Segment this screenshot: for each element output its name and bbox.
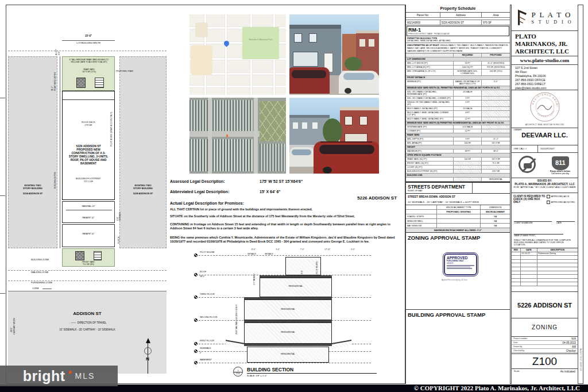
building-type-value: DETACHED; SEMI-DETACHED; ATTACHED: [407, 40, 509, 42]
encroachment-table: ENCROACHMENT TYPE DIMENSION PROPOSED / E…: [406, 205, 510, 233]
zoning-row: REAR YARD: [406, 133, 510, 137]
row-required: 16 FT: [454, 62, 482, 65]
seal-arc-top: REGISTERED ARCHITECT: [529, 91, 559, 107]
row-label: SIN- OR 2-FAMILY DETACHED, CORNER (FT): [406, 97, 454, 100]
row-label: MIN. DEPTH (FT): [406, 137, 454, 141]
print-timestamp: 4/5/2022 12:41:18 PM: [579, 325, 582, 371]
photo-roof-rail: [320, 141, 372, 143]
architect-seal: REGISTERED ARCHITECT PENNSYLVANIA: [512, 90, 578, 124]
pilot-house-box: PILOT HOUSE 8'-0": [285, 257, 321, 275]
district-note: PREVIOUS DISTRICT NAME - R9/9A/10/10A/10…: [408, 33, 508, 35]
rev-date-cell: [521, 271, 537, 275]
rev-date-cell: [521, 256, 537, 259]
row-label: SIN- OR 2-FAMILY DETACHED, INTERMEDIATE …: [406, 90, 454, 96]
brightmls-watermark: bright MLS: [0, 366, 118, 386]
checkbox-approved-as-is[interactable]: [547, 195, 550, 198]
rev-cell: [512, 279, 521, 282]
row-required: [454, 162, 482, 165]
dig-line2: Call before you dig.: [550, 172, 571, 175]
required-header: REQUIRED: [454, 53, 482, 57]
owner-name: DEEVAAR LLC.: [512, 132, 578, 139]
rev-row: [512, 282, 578, 286]
plato-studio-logo-icon: [516, 9, 529, 26]
rear-depth-dim: 11'-2": [51, 60, 53, 91]
zoning-row: MIN. LOT AREA (SQ FT) 1440 SQ FT 970 SF …: [406, 66, 510, 70]
front-yard-area: FRONT YARD 75.1 SF (8%): [63, 261, 114, 266]
photo-window: [345, 116, 353, 125]
row-label: OPEN SPACE SQUARE FOOTAGE: [406, 153, 510, 157]
aerial-block: [189, 100, 253, 131]
signature-label: CLIENT SIGNATURE: [514, 222, 552, 224]
breakdown-label: STREET BREAK-DOWN: ADDISON ST: [408, 195, 508, 198]
streets-dept-box: STREETS DEPARTMENT RIGHT OF WAY: [406, 182, 510, 194]
encroachment-label: BAY WINDOW: [406, 224, 437, 228]
location-map-image: Malcolm X Memorial Park: [189, 14, 286, 95]
photo-window: [359, 116, 368, 125]
residential-label: RESIDENTIAL: [244, 331, 332, 333]
margin-tick: [0, 98, 5, 98]
logo-text: P L A T O S T U D I O: [531, 10, 572, 25]
zoning-row: HEIGHT: [406, 145, 510, 149]
rev-row: 01-14-22 Submission Zoning: [512, 252, 578, 256]
detail-bubble-icon: 1 Z100: [233, 367, 243, 376]
photo-window: [302, 122, 307, 129]
datum-icon: [194, 349, 198, 353]
sheet-number: Z100: [512, 354, 578, 369]
rear-yard: 6' TALL FENCE AT REAR YARD EDGES (TO INC…: [62, 56, 115, 91]
map-pin-icon: [223, 40, 230, 47]
aerial-street: [254, 98, 258, 174]
zoning-row: MIN. OPEN AREA (% OF LOT) INTERMEDIATE 3…: [406, 70, 510, 76]
signature-row: CLIENT SIGNATURE DATE: [512, 214, 578, 229]
streets-dept-blank: [473, 183, 510, 193]
approved-stamp: APPROVED FOR ZONING ONLY 04/04/22: [444, 253, 477, 275]
photo-white-car: [289, 147, 315, 167]
roof-plan-bay: HANDRAIL 42" PARAPET 42": [62, 201, 115, 223]
photo-van-windows: [319, 145, 374, 154]
photo-car-windows: [343, 73, 374, 80]
rev-date-cell: [521, 275, 537, 278]
level-elev: 0": [200, 352, 202, 354]
client-signature-field[interactable]: CLIENT SIGNATURE: [514, 217, 552, 229]
rev-date-cell: [521, 267, 537, 271]
rev-rows: 01-14-22 Submission Zoning: [512, 252, 578, 286]
row-label: BUILDING USE: [406, 174, 510, 177]
uses-box: USES PERMITTED AS OF RIGHT: SINGLE-FAMIL…: [406, 43, 510, 53]
map-park-label: Malcolm X Memorial Park: [245, 39, 277, 41]
row-proposed: RESIDENTIAL: [482, 178, 510, 181]
map-road: [225, 14, 227, 95]
zoning-row: LOT DIMENSIONS: [406, 57, 510, 62]
zoning-row: MULTI-FAMILY SEMI- DETACHED CORNER LOT (…: [406, 111, 510, 117]
photo-bush: [345, 57, 362, 71]
row-required: 5 FT: [454, 101, 482, 106]
parapet-note: 3'-6" PARAPET: [253, 268, 256, 285]
building-depth-label: BUILDING DEPTH: [54, 120, 56, 189]
rev-cell: [512, 252, 521, 256]
name-row[interactable]: NAME (PLEASE PRINT): [512, 229, 578, 238]
firm-address: 107 S 2nd Street 4th Floor Philadelphia,…: [512, 65, 578, 90]
level-elev: 38'-0": [200, 275, 205, 278]
zone-building: BUILDING ZONE: [31, 259, 49, 262]
stamp-fine-print: [447, 265, 474, 266]
ground-slab: [244, 344, 332, 346]
title-underline: [247, 373, 377, 374]
scale-value: As indicated: [560, 370, 575, 373]
rev-desc-cell: Submission Zoning: [537, 252, 578, 256]
row-label: REAR YARD: [406, 133, 510, 137]
abbrev-value: 15' X 64' 6": [260, 190, 281, 194]
rev-date-cell: [521, 282, 537, 286]
photo-wheel: [345, 88, 351, 94]
row-label: MINIMUM (FT): [406, 80, 454, 86]
owner-box: OWNER DEEVAAR LLC.: [512, 128, 578, 145]
rev-cell: [512, 260, 521, 263]
encroachment-col2: DIMENSION: [481, 205, 510, 209]
date-line: [556, 217, 575, 222]
checkbox-approved-as-noted[interactable]: [547, 201, 550, 204]
rev-desc-cell: [537, 282, 578, 286]
encroachment-sub1: PROPOSED / EXISTING: [437, 210, 481, 214]
date-field[interactable]: DATE: [556, 217, 575, 229]
section-scale: SCALE: 1/8" = 1'-0": [247, 374, 267, 377]
rev-row: [512, 279, 578, 283]
blank-cell: [406, 205, 437, 209]
encroachment-col1: ENCROACHMENT TYPE: [437, 205, 481, 209]
row-proposed: [482, 111, 510, 117]
